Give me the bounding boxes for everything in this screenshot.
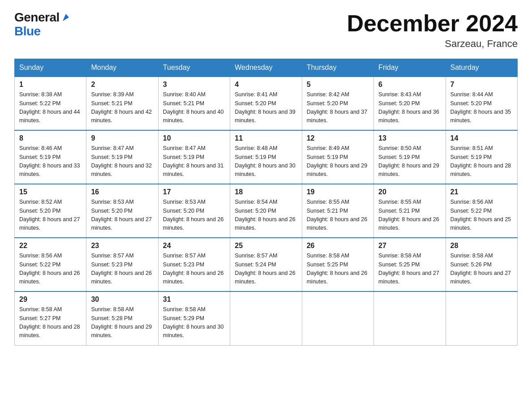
calendar-cell [446,291,517,345]
day-number: 20 [378,188,441,196]
calendar-cell: 10 Sunrise: 8:47 AMSunset: 5:19 PMDaylig… [158,130,230,184]
day-info: Sunrise: 8:50 AMSunset: 5:19 PMDaylight:… [378,144,441,179]
calendar-cell: 1 Sunrise: 8:38 AMSunset: 5:22 PMDayligh… [15,77,86,130]
calendar-table: SundayMondayTuesdayWednesdayThursdayFrid… [14,59,518,346]
calendar-cell [374,291,446,345]
svg-marker-0 [63,14,69,21]
day-number: 7 [450,81,513,89]
calendar-cell: 20 Sunrise: 8:55 AMSunset: 5:21 PMDaylig… [374,184,446,238]
day-info: Sunrise: 8:58 AMSunset: 5:26 PMDaylight:… [450,252,513,287]
calendar-header-row: SundayMondayTuesdayWednesdayThursdayFrid… [15,59,518,77]
calendar-cell: 17 Sunrise: 8:53 AMSunset: 5:20 PMDaylig… [158,184,230,238]
day-number: 25 [235,242,297,250]
calendar-cell: 27 Sunrise: 8:58 AMSunset: 5:25 PMDaylig… [374,238,446,291]
day-number: 10 [163,134,225,142]
day-info: Sunrise: 8:46 AMSunset: 5:19 PMDaylight:… [19,144,82,179]
day-info: Sunrise: 8:58 AMSunset: 5:25 PMDaylight:… [307,252,369,287]
day-info: Sunrise: 8:39 AMSunset: 5:21 PMDaylight:… [91,90,153,125]
header-monday: Monday [86,59,158,77]
calendar-week-5: 29 Sunrise: 8:58 AMSunset: 5:27 PMDaylig… [15,291,518,345]
calendar-week-3: 15 Sunrise: 8:52 AMSunset: 5:20 PMDaylig… [15,184,518,238]
calendar-cell: 2 Sunrise: 8:39 AMSunset: 5:21 PMDayligh… [86,77,158,130]
header-thursday: Thursday [302,59,373,77]
day-number: 11 [235,134,297,142]
day-number: 8 [19,134,82,142]
day-info: Sunrise: 8:58 AMSunset: 5:29 PMDaylight:… [163,305,225,340]
day-info: Sunrise: 8:52 AMSunset: 5:20 PMDaylight:… [19,198,82,233]
day-info: Sunrise: 8:51 AMSunset: 5:19 PMDaylight:… [450,144,513,179]
calendar-cell: 19 Sunrise: 8:55 AMSunset: 5:21 PMDaylig… [302,184,373,238]
day-info: Sunrise: 8:38 AMSunset: 5:22 PMDaylight:… [19,90,82,125]
calendar-cell: 26 Sunrise: 8:58 AMSunset: 5:25 PMDaylig… [302,238,373,291]
day-info: Sunrise: 8:55 AMSunset: 5:21 PMDaylight:… [378,198,441,233]
day-number: 4 [235,81,297,89]
calendar-cell [302,291,373,345]
calendar-cell: 18 Sunrise: 8:54 AMSunset: 5:20 PMDaylig… [230,184,302,238]
day-number: 9 [91,134,153,142]
calendar-cell: 28 Sunrise: 8:58 AMSunset: 5:26 PMDaylig… [446,238,517,291]
day-number: 6 [378,81,441,89]
page-subtitle: Sarzeau, France [347,38,518,50]
calendar-body: 1 Sunrise: 8:38 AMSunset: 5:22 PMDayligh… [15,77,518,345]
calendar-cell: 24 Sunrise: 8:57 AMSunset: 5:23 PMDaylig… [158,238,230,291]
day-number: 22 [19,242,82,250]
day-info: Sunrise: 8:54 AMSunset: 5:20 PMDaylight:… [235,198,297,233]
calendar-cell: 30 Sunrise: 8:58 AMSunset: 5:28 PMDaylig… [86,291,158,345]
day-info: Sunrise: 8:43 AMSunset: 5:20 PMDaylight:… [378,90,441,125]
day-info: Sunrise: 8:53 AMSunset: 5:20 PMDaylight:… [163,198,225,233]
day-number: 14 [450,134,513,142]
calendar-cell: 21 Sunrise: 8:56 AMSunset: 5:22 PMDaylig… [446,184,517,238]
calendar-cell: 3 Sunrise: 8:40 AMSunset: 5:21 PMDayligh… [158,77,230,130]
title-area: December 2024 Sarzeau, France [347,11,518,50]
day-info: Sunrise: 8:49 AMSunset: 5:19 PMDaylight:… [307,144,369,179]
day-info: Sunrise: 8:55 AMSunset: 5:21 PMDaylight:… [307,198,369,233]
page-header: General Blue December 2024 Sarzeau, Fran… [14,11,518,50]
day-info: Sunrise: 8:44 AMSunset: 5:20 PMDaylight:… [450,90,513,125]
day-number: 23 [91,242,153,250]
day-number: 1 [19,81,82,89]
day-info: Sunrise: 8:56 AMSunset: 5:22 PMDaylight:… [19,252,82,287]
day-number: 17 [163,188,225,196]
calendar-cell [230,291,302,345]
header-wednesday: Wednesday [230,59,302,77]
logo: General Blue [14,11,71,39]
day-info: Sunrise: 8:58 AMSunset: 5:28 PMDaylight:… [91,305,153,340]
calendar-cell: 22 Sunrise: 8:56 AMSunset: 5:22 PMDaylig… [15,238,86,291]
day-info: Sunrise: 8:48 AMSunset: 5:19 PMDaylight:… [235,144,297,179]
day-info: Sunrise: 8:58 AMSunset: 5:27 PMDaylight:… [19,305,82,340]
day-number: 19 [307,188,369,196]
day-number: 12 [307,134,369,142]
calendar-header: SundayMondayTuesdayWednesdayThursdayFrid… [15,59,518,77]
day-number: 21 [450,188,513,196]
day-info: Sunrise: 8:47 AMSunset: 5:19 PMDaylight:… [163,144,225,179]
day-info: Sunrise: 8:57 AMSunset: 5:24 PMDaylight:… [235,252,297,287]
header-saturday: Saturday [446,59,517,77]
calendar-cell: 6 Sunrise: 8:43 AMSunset: 5:20 PMDayligh… [374,77,446,130]
logo-triangle-icon [61,13,71,23]
logo-general-text: General [14,11,60,25]
calendar-cell: 23 Sunrise: 8:57 AMSunset: 5:23 PMDaylig… [86,238,158,291]
day-info: Sunrise: 8:56 AMSunset: 5:22 PMDaylight:… [450,198,513,233]
calendar-cell: 8 Sunrise: 8:46 AMSunset: 5:19 PMDayligh… [15,130,86,184]
day-info: Sunrise: 8:41 AMSunset: 5:20 PMDaylight:… [235,90,297,125]
calendar-week-4: 22 Sunrise: 8:56 AMSunset: 5:22 PMDaylig… [15,238,518,291]
day-number: 28 [450,242,513,250]
day-number: 5 [307,81,369,89]
page-title: December 2024 [347,11,518,36]
calendar-cell: 11 Sunrise: 8:48 AMSunset: 5:19 PMDaylig… [230,130,302,184]
header-tuesday: Tuesday [158,59,230,77]
day-number: 13 [378,134,441,142]
day-number: 30 [91,295,153,304]
day-number: 24 [163,242,225,250]
day-info: Sunrise: 8:47 AMSunset: 5:19 PMDaylight:… [91,144,153,179]
calendar-cell: 29 Sunrise: 8:58 AMSunset: 5:27 PMDaylig… [15,291,86,345]
day-number: 27 [378,242,441,250]
calendar-cell: 5 Sunrise: 8:42 AMSunset: 5:20 PMDayligh… [302,77,373,130]
calendar-cell: 9 Sunrise: 8:47 AMSunset: 5:19 PMDayligh… [86,130,158,184]
header-friday: Friday [374,59,446,77]
day-info: Sunrise: 8:57 AMSunset: 5:23 PMDaylight:… [91,252,153,287]
calendar-cell: 15 Sunrise: 8:52 AMSunset: 5:20 PMDaylig… [15,184,86,238]
calendar-cell: 25 Sunrise: 8:57 AMSunset: 5:24 PMDaylig… [230,238,302,291]
calendar-cell: 12 Sunrise: 8:49 AMSunset: 5:19 PMDaylig… [302,130,373,184]
calendar-cell: 7 Sunrise: 8:44 AMSunset: 5:20 PMDayligh… [446,77,517,130]
